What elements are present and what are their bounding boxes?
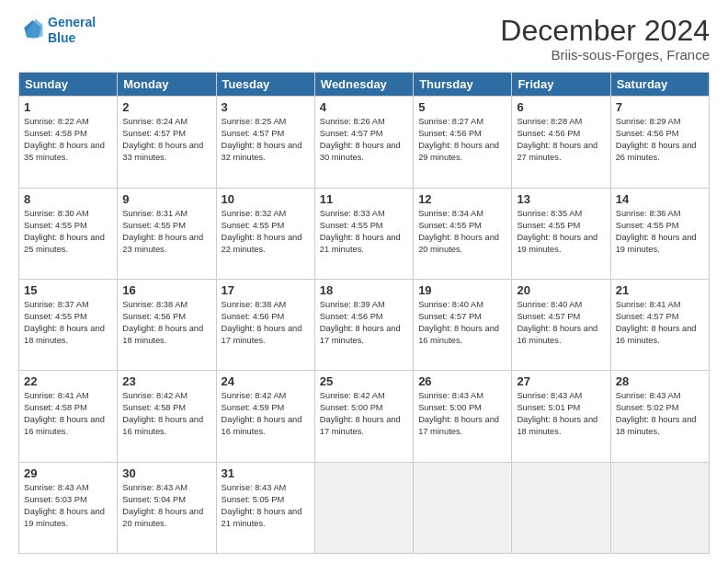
day-info: Sunrise: 8:41 AMSunset: 4:58 PMDaylight:… [24, 390, 112, 438]
day-info: Sunrise: 8:37 AMSunset: 4:55 PMDaylight:… [24, 299, 112, 347]
day-cell: 28Sunrise: 8:43 AMSunset: 5:02 PMDayligh… [610, 371, 709, 462]
day-number: 21 [616, 283, 704, 297]
col-header-wednesday: Wednesday [314, 73, 413, 97]
day-cell: 6Sunrise: 8:28 AMSunset: 4:56 PMDaylight… [512, 97, 610, 188]
day-cell: 2Sunrise: 8:24 AMSunset: 4:57 PMDaylight… [118, 97, 216, 188]
day-cell [414, 462, 512, 553]
day-info: Sunrise: 8:40 AMSunset: 4:57 PMDaylight:… [517, 299, 605, 347]
day-number: 1 [24, 100, 112, 114]
day-cell: 26Sunrise: 8:43 AMSunset: 5:00 PMDayligh… [414, 371, 512, 462]
day-info: Sunrise: 8:25 AMSunset: 4:57 PMDaylight:… [222, 116, 310, 164]
day-cell: 12Sunrise: 8:34 AMSunset: 4:55 PMDayligh… [414, 188, 512, 279]
day-number: 26 [418, 374, 506, 388]
day-number: 6 [517, 100, 605, 114]
day-info: Sunrise: 8:35 AMSunset: 4:55 PMDaylight:… [517, 208, 605, 256]
day-number: 20 [517, 283, 605, 297]
day-cell: 11Sunrise: 8:33 AMSunset: 4:55 PMDayligh… [314, 188, 413, 279]
day-info: Sunrise: 8:26 AMSunset: 4:57 PMDaylight:… [320, 116, 408, 164]
day-info: Sunrise: 8:28 AMSunset: 4:56 PMDaylight:… [517, 116, 605, 164]
day-number: 19 [418, 283, 506, 297]
col-header-tuesday: Tuesday [216, 73, 314, 97]
day-number: 27 [517, 374, 605, 388]
week-row-1: 1Sunrise: 8:22 AMSunset: 4:58 PMDaylight… [19, 97, 710, 188]
day-number: 31 [222, 466, 310, 480]
day-number: 16 [122, 283, 210, 297]
day-info: Sunrise: 8:31 AMSunset: 4:55 PMDaylight:… [122, 208, 210, 256]
day-cell: 21Sunrise: 8:41 AMSunset: 4:57 PMDayligh… [610, 279, 709, 370]
day-number: 10 [222, 192, 310, 206]
day-info: Sunrise: 8:43 AMSunset: 5:01 PMDaylight:… [517, 390, 605, 438]
col-header-saturday: Saturday [610, 73, 709, 97]
day-cell: 9Sunrise: 8:31 AMSunset: 4:55 PMDaylight… [118, 188, 216, 279]
week-row-4: 22Sunrise: 8:41 AMSunset: 4:58 PMDayligh… [19, 371, 710, 462]
day-info: Sunrise: 8:33 AMSunset: 4:55 PMDaylight:… [320, 208, 408, 256]
day-cell: 23Sunrise: 8:42 AMSunset: 4:58 PMDayligh… [118, 371, 216, 462]
main-title: December 2024 [500, 15, 710, 47]
day-number: 23 [122, 374, 210, 388]
day-info: Sunrise: 8:42 AMSunset: 5:00 PMDaylight:… [320, 390, 408, 438]
day-cell: 19Sunrise: 8:40 AMSunset: 4:57 PMDayligh… [414, 279, 512, 370]
day-info: Sunrise: 8:27 AMSunset: 4:56 PMDaylight:… [418, 116, 506, 164]
day-info: Sunrise: 8:43 AMSunset: 5:03 PMDaylight:… [24, 482, 112, 530]
day-cell [512, 462, 610, 553]
day-number: 30 [122, 466, 210, 480]
day-cell: 15Sunrise: 8:37 AMSunset: 4:55 PMDayligh… [19, 279, 118, 370]
day-number: 28 [616, 374, 704, 388]
day-cell: 4Sunrise: 8:26 AMSunset: 4:57 PMDaylight… [314, 97, 413, 188]
col-header-friday: Friday [512, 73, 610, 97]
day-info: Sunrise: 8:42 AMSunset: 4:58 PMDaylight:… [122, 390, 210, 438]
day-cell: 14Sunrise: 8:36 AMSunset: 4:55 PMDayligh… [610, 188, 709, 279]
day-number: 24 [222, 374, 310, 388]
day-number: 3 [222, 100, 310, 114]
title-block: December 2024 Briis-sous-Forges, France [500, 15, 710, 63]
day-cell: 17Sunrise: 8:38 AMSunset: 4:56 PMDayligh… [216, 279, 314, 370]
day-number: 2 [122, 100, 210, 114]
day-cell: 16Sunrise: 8:38 AMSunset: 4:56 PMDayligh… [118, 279, 216, 370]
logo: General Blue [18, 15, 96, 46]
day-cell: 3Sunrise: 8:25 AMSunset: 4:57 PMDaylight… [216, 97, 314, 188]
day-number: 25 [320, 374, 408, 388]
logo-icon [18, 17, 44, 43]
day-info: Sunrise: 8:40 AMSunset: 4:57 PMDaylight:… [418, 299, 506, 347]
day-number: 17 [222, 283, 310, 297]
day-cell: 30Sunrise: 8:43 AMSunset: 5:04 PMDayligh… [118, 462, 216, 553]
day-cell: 25Sunrise: 8:42 AMSunset: 5:00 PMDayligh… [314, 371, 413, 462]
col-header-sunday: Sunday [19, 73, 118, 97]
day-number: 29 [24, 466, 112, 480]
page: General Blue December 2024 Briis-sous-Fo… [0, 0, 728, 563]
day-number: 18 [320, 283, 408, 297]
day-cell: 27Sunrise: 8:43 AMSunset: 5:01 PMDayligh… [512, 371, 610, 462]
day-cell: 10Sunrise: 8:32 AMSunset: 4:55 PMDayligh… [216, 188, 314, 279]
day-cell: 13Sunrise: 8:35 AMSunset: 4:55 PMDayligh… [512, 188, 610, 279]
day-number: 14 [616, 192, 704, 206]
logo-general: General [48, 15, 96, 29]
logo-text: General Blue [48, 15, 96, 46]
day-number: 22 [24, 374, 112, 388]
day-cell: 7Sunrise: 8:29 AMSunset: 4:56 PMDaylight… [610, 97, 709, 188]
day-info: Sunrise: 8:43 AMSunset: 5:00 PMDaylight:… [418, 390, 506, 438]
calendar-header-row: SundayMondayTuesdayWednesdayThursdayFrid… [19, 73, 710, 97]
day-cell [610, 462, 709, 553]
day-info: Sunrise: 8:22 AMSunset: 4:58 PMDaylight:… [24, 116, 112, 164]
day-cell: 1Sunrise: 8:22 AMSunset: 4:58 PMDaylight… [19, 97, 118, 188]
day-info: Sunrise: 8:38 AMSunset: 4:56 PMDaylight:… [222, 299, 310, 347]
day-info: Sunrise: 8:43 AMSunset: 5:04 PMDaylight:… [122, 482, 210, 530]
day-cell: 5Sunrise: 8:27 AMSunset: 4:56 PMDaylight… [414, 97, 512, 188]
logo-blue: Blue [48, 30, 96, 46]
day-cell: 22Sunrise: 8:41 AMSunset: 4:58 PMDayligh… [19, 371, 118, 462]
day-info: Sunrise: 8:43 AMSunset: 5:02 PMDaylight:… [616, 390, 704, 438]
day-info: Sunrise: 8:36 AMSunset: 4:55 PMDaylight:… [616, 208, 704, 256]
day-info: Sunrise: 8:41 AMSunset: 4:57 PMDaylight:… [616, 299, 704, 347]
day-info: Sunrise: 8:39 AMSunset: 4:56 PMDaylight:… [320, 299, 408, 347]
header: General Blue December 2024 Briis-sous-Fo… [18, 15, 710, 63]
day-info: Sunrise: 8:42 AMSunset: 4:59 PMDaylight:… [222, 390, 310, 438]
day-cell: 31Sunrise: 8:43 AMSunset: 5:05 PMDayligh… [216, 462, 314, 553]
day-info: Sunrise: 8:38 AMSunset: 4:56 PMDaylight:… [122, 299, 210, 347]
day-number: 4 [320, 100, 408, 114]
day-number: 8 [24, 192, 112, 206]
col-header-thursday: Thursday [414, 73, 512, 97]
day-cell: 29Sunrise: 8:43 AMSunset: 5:03 PMDayligh… [19, 462, 118, 553]
week-row-2: 8Sunrise: 8:30 AMSunset: 4:55 PMDaylight… [19, 188, 710, 279]
day-info: Sunrise: 8:43 AMSunset: 5:05 PMDaylight:… [222, 482, 310, 530]
day-cell: 8Sunrise: 8:30 AMSunset: 4:55 PMDaylight… [19, 188, 118, 279]
